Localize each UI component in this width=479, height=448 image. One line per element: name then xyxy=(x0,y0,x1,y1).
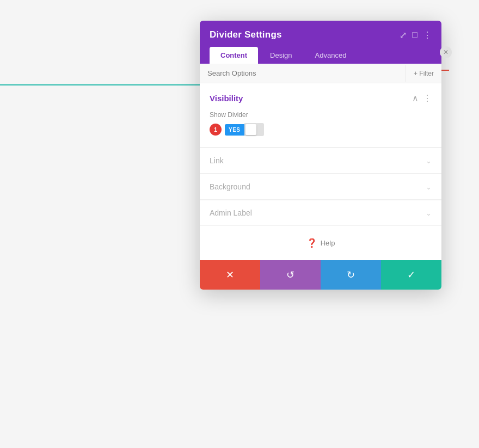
show-divider-label: Show Divider xyxy=(210,111,432,119)
modal-body: Visibility ∧ ⋮ Show Divider 1 YES Link ⌄ xyxy=(200,83,441,260)
visibility-more-icon[interactable]: ⋮ xyxy=(423,93,432,103)
link-section[interactable]: Link ⌄ xyxy=(200,148,441,174)
modal-title: Divider Settings xyxy=(210,29,282,40)
save-button[interactable]: ✓ xyxy=(381,260,441,290)
close-icon: ✕ xyxy=(443,48,449,56)
teal-divider-line xyxy=(0,84,201,85)
undo-button[interactable]: ↺ xyxy=(260,260,321,290)
modal-title-icons: ⤢ □ ⋮ xyxy=(400,30,432,40)
search-input[interactable] xyxy=(200,64,406,83)
columns-icon[interactable]: □ xyxy=(412,30,417,40)
visibility-title: Visibility xyxy=(210,94,243,103)
search-bar: + Filter xyxy=(200,64,441,83)
modal-close-outer-button[interactable]: ✕ xyxy=(440,46,452,58)
filter-button[interactable]: + Filter xyxy=(406,65,441,82)
modal-header: Divider Settings ⤢ □ ⋮ Content Design Ad… xyxy=(200,21,441,64)
link-chevron-icon: ⌄ xyxy=(426,157,432,165)
tab-content[interactable]: Content xyxy=(210,47,258,64)
visibility-collapse-icon[interactable]: ∧ xyxy=(412,93,419,103)
help-label[interactable]: Help xyxy=(321,239,335,247)
cancel-button[interactable]: ✕ xyxy=(200,260,260,290)
visibility-section: Visibility ∧ ⋮ Show Divider 1 YES xyxy=(200,83,441,148)
tab-advanced[interactable]: Advanced xyxy=(304,47,358,64)
redo-button[interactable]: ↻ xyxy=(321,260,381,290)
link-section-title: Link xyxy=(210,156,224,165)
background-section[interactable]: Background ⌄ xyxy=(200,174,441,200)
toggle-switch[interactable] xyxy=(244,123,264,136)
background-chevron-icon: ⌄ xyxy=(426,183,432,191)
visibility-header-icons: ∧ ⋮ xyxy=(412,93,432,103)
help-icon[interactable]: ❓ xyxy=(306,238,317,248)
admin-label-section-title: Admin Label xyxy=(210,208,252,217)
toggle-yes-label: YES xyxy=(225,124,244,136)
admin-label-chevron-icon: ⌄ xyxy=(426,209,432,217)
toggle-knob xyxy=(245,124,256,135)
admin-label-section[interactable]: Admin Label ⌄ xyxy=(200,200,441,226)
more-options-icon[interactable]: ⋮ xyxy=(423,30,432,40)
help-row: ❓ Help xyxy=(200,226,441,260)
visibility-section-header: Visibility ∧ ⋮ xyxy=(210,93,432,103)
toggle-row: 1 YES xyxy=(210,123,432,136)
divider-settings-modal: Divider Settings ⤢ □ ⋮ Content Design Ad… xyxy=(200,21,441,290)
expand-icon[interactable]: ⤢ xyxy=(400,30,407,40)
modal-title-row: Divider Settings ⤢ □ ⋮ xyxy=(210,29,432,40)
modal-tabs: Content Design Advanced xyxy=(210,47,432,64)
modal-footer: ✕ ↺ ↻ ✓ xyxy=(200,260,441,290)
background-section-title: Background xyxy=(210,182,250,191)
tab-design[interactable]: Design xyxy=(259,47,303,64)
badge-number: 1 xyxy=(210,124,222,136)
